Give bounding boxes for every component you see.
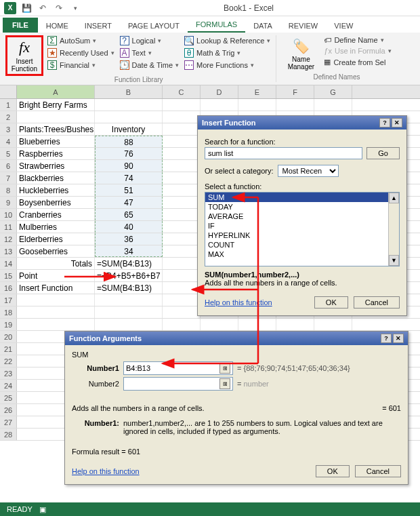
cell[interactable]: Mulberries — [17, 221, 95, 233]
cell[interactable] — [95, 294, 163, 306]
save-icon[interactable]: 💾 — [20, 2, 33, 14]
cell[interactable]: 47 — [95, 197, 163, 208]
row-header[interactable]: 13 — [0, 245, 17, 257]
row-header[interactable]: 4 — [0, 136, 17, 147]
tab-formulas[interactable]: FORMULAS — [188, 18, 245, 33]
select-all-corner[interactable] — [0, 85, 17, 98]
financial-button[interactable]: $Financial — [46, 60, 116, 71]
cell[interactable]: Bright Berry Farms — [17, 99, 95, 111]
undo-icon[interactable]: ↶ — [37, 2, 49, 14]
cell[interactable] — [163, 294, 201, 306]
autosum-button[interactable]: ΣAutoSum — [46, 35, 116, 46]
cell[interactable]: 36 — [95, 233, 163, 245]
cell[interactable]: =SUM(B4:B13) — [95, 282, 163, 294]
cell[interactable] — [163, 99, 201, 111]
logical-button[interactable]: ?Logical — [119, 35, 181, 46]
cell[interactable] — [201, 319, 238, 330]
cell[interactable] — [163, 111, 201, 123]
col-header-f[interactable]: F — [276, 85, 314, 98]
tab-insert[interactable]: INSERT — [77, 19, 120, 33]
tab-file[interactable]: FILE — [3, 18, 38, 33]
tab-review[interactable]: REVIEW — [280, 19, 326, 33]
row-header[interactable]: 27 — [0, 416, 17, 428]
cell[interactable]: Insert Function — [17, 282, 95, 294]
math-trig-button[interactable]: θMath & Trig — [183, 47, 272, 58]
row-header[interactable]: 24 — [0, 380, 17, 391]
row-header[interactable]: 22 — [0, 355, 17, 367]
cell[interactable] — [17, 294, 95, 306]
row-header[interactable]: 2 — [0, 111, 17, 123]
row-header[interactable]: 8 — [0, 184, 17, 196]
cell[interactable] — [95, 306, 163, 318]
scroll-up-icon[interactable]: ▲ — [389, 193, 399, 203]
help-icon[interactable]: ? — [379, 118, 390, 127]
function-list-item[interactable]: MAX — [205, 250, 399, 259]
function-list-item[interactable]: AVERAGE — [205, 212, 399, 221]
cell[interactable]: Boysenberries — [17, 197, 95, 208]
row-header[interactable]: 21 — [0, 343, 17, 355]
cell[interactable] — [201, 99, 238, 111]
help-link[interactable]: Help on this function — [205, 298, 272, 306]
cell[interactable] — [163, 245, 201, 257]
date-time-button[interactable]: 🕒Date & Time — [119, 60, 181, 71]
col-header-e[interactable]: E — [238, 85, 276, 98]
cell[interactable] — [163, 282, 201, 294]
row-header[interactable]: 3 — [0, 123, 17, 135]
cell[interactable]: Totals — [17, 258, 95, 269]
scroll-down-icon[interactable]: ▼ — [389, 255, 399, 266]
cell[interactable] — [17, 306, 95, 318]
function-list-item[interactable]: TODAY — [205, 202, 399, 212]
cell[interactable]: Strawberries — [17, 160, 95, 172]
row-header[interactable]: 1 — [0, 99, 17, 111]
dialog-titlebar[interactable]: Insert Function ? ✕ — [198, 116, 406, 130]
row-header[interactable]: 23 — [0, 368, 17, 379]
cell[interactable]: Elderberries — [17, 233, 95, 245]
cell[interactable] — [163, 172, 201, 184]
cell[interactable] — [163, 209, 201, 220]
insert-function-button[interactable]: fx Insert Function — [5, 35, 43, 76]
function-list[interactable]: SUMTODAYAVERAGEIFHYPERLINKCOUNTMAX ▲ ▼ — [205, 192, 400, 266]
cancel-button[interactable]: Cancel — [354, 296, 400, 309]
cell[interactable]: 76 — [95, 148, 163, 159]
cell[interactable] — [238, 319, 276, 330]
row-header[interactable]: 26 — [0, 404, 17, 416]
row-header[interactable]: 20 — [0, 331, 17, 342]
range-selector-icon[interactable]: ⊞ — [219, 378, 230, 389]
cell[interactable]: 74 — [95, 172, 163, 184]
cell[interactable]: =SUM(B4:B13) — [95, 258, 163, 269]
close-icon[interactable]: ✕ — [392, 118, 402, 127]
row-header[interactable]: 19 — [0, 319, 17, 330]
cell[interactable] — [95, 99, 163, 111]
cell[interactable]: Gooseberries — [17, 245, 95, 257]
cell[interactable]: Raspberries — [17, 148, 95, 159]
col-header-g[interactable]: G — [314, 85, 352, 98]
row-header[interactable]: 10 — [0, 209, 17, 220]
row-header[interactable]: 17 — [0, 294, 17, 306]
create-from-selection-button[interactable]: ▦Create from Sel — [324, 57, 391, 67]
row-header[interactable]: 16 — [0, 282, 17, 294]
go-button[interactable]: Go — [366, 147, 400, 159]
row-header[interactable]: 11 — [0, 221, 17, 233]
lookup-button[interactable]: 🔍Lookup & Reference — [183, 35, 272, 46]
cell[interactable] — [314, 319, 352, 330]
recently-used-button[interactable]: ★Recently Used — [46, 47, 116, 58]
tab-page-layout[interactable]: PAGE LAYOUT — [120, 19, 188, 33]
cell[interactable]: Blueberries — [17, 136, 95, 147]
help-icon[interactable]: ? — [381, 334, 392, 343]
col-header-c[interactable]: C — [163, 85, 201, 98]
cell[interactable] — [163, 221, 201, 233]
cell[interactable] — [314, 99, 352, 111]
cell[interactable] — [17, 111, 95, 123]
row-header[interactable]: 7 — [0, 172, 17, 184]
function-list-item[interactable]: HYPERLINK — [205, 231, 399, 240]
cell[interactable]: Inventory — [95, 123, 163, 135]
row-header[interactable]: 15 — [0, 270, 17, 281]
cell[interactable]: Cranberries — [17, 209, 95, 220]
scrollbar[interactable]: ▲ ▼ — [388, 193, 399, 266]
close-icon[interactable]: ✕ — [393, 334, 404, 343]
col-header-d[interactable]: D — [201, 85, 238, 98]
function-list-item[interactable]: IF — [205, 221, 399, 231]
cell[interactable]: =+B4+B5+B6+B7 — [95, 270, 163, 281]
ok-button[interactable]: OK — [316, 465, 350, 477]
text-button[interactable]: AText — [119, 47, 181, 58]
